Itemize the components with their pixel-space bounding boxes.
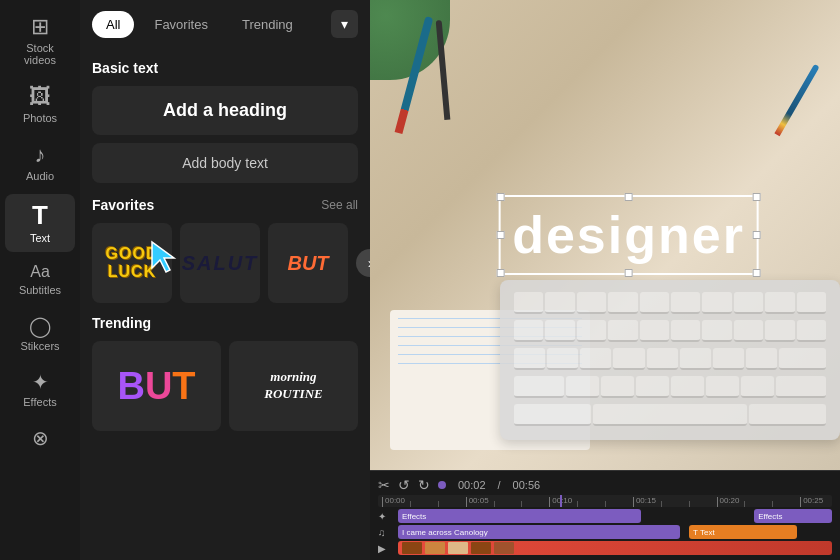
track-bar-container-came-across[interactable]: I came across Canology T Text bbox=[398, 525, 832, 539]
selection-handle-br[interactable] bbox=[753, 269, 761, 277]
sidebar: ⊞ Stock videos 🖼 Photos ♪ Audio T Text A… bbox=[0, 0, 80, 560]
ruler-mark: 00:00 bbox=[382, 497, 410, 507]
selection-handle-bm[interactable] bbox=[624, 269, 632, 277]
ruler-mark bbox=[521, 501, 549, 507]
sticker-row-next-button[interactable]: › bbox=[356, 249, 370, 277]
sidebar-item-label: Subtitles bbox=[19, 284, 61, 296]
key bbox=[580, 348, 611, 370]
text-selection-box: designer bbox=[498, 195, 759, 275]
favorites-sticker-row: GOOD LUCK SALUT BUT › bbox=[92, 223, 358, 303]
track-row-video: ▶ bbox=[378, 541, 832, 555]
sidebar-item-label: Stock videos bbox=[11, 42, 69, 66]
key bbox=[680, 348, 711, 370]
panel-content: Basic text Add a heading Add body text F… bbox=[80, 48, 370, 560]
selection-handle-tl[interactable] bbox=[496, 193, 504, 201]
designer-text[interactable]: designer bbox=[512, 205, 745, 265]
ruler-mark bbox=[772, 501, 800, 507]
video-thumb bbox=[425, 542, 445, 554]
sidebar-item-label: Text bbox=[30, 232, 50, 244]
key bbox=[593, 404, 747, 426]
key bbox=[640, 320, 669, 342]
track-bar-effects1-label: Effects bbox=[402, 512, 426, 521]
sidebar-item-audio[interactable]: ♪ Audio bbox=[5, 136, 75, 190]
key bbox=[797, 292, 826, 314]
trending-title: Trending bbox=[92, 315, 358, 331]
ruler-mark: 00:20 bbox=[717, 497, 745, 507]
subtitles-icon: Aa bbox=[30, 264, 50, 280]
favorites-title: Favorites bbox=[92, 197, 154, 213]
sidebar-item-label: Audio bbox=[26, 170, 54, 182]
timeline-redo-icon[interactable]: ↻ bbox=[418, 477, 430, 493]
timeline-undo-icon[interactable]: ↺ bbox=[398, 477, 410, 493]
but-u-letter: U bbox=[145, 365, 172, 407]
ruler-mark bbox=[661, 501, 689, 507]
ruler-mark bbox=[438, 501, 466, 507]
pen2-decoration bbox=[436, 20, 451, 120]
track-bar-effects1 bbox=[398, 509, 641, 523]
sidebar-item-stock-videos[interactable]: ⊞ Stock videos bbox=[5, 8, 75, 74]
trending-but-text: BUT bbox=[117, 365, 195, 408]
sticker-salut[interactable]: SALUT bbox=[180, 223, 260, 303]
sidebar-item-more[interactable]: ⊗ bbox=[5, 420, 75, 456]
key bbox=[514, 404, 591, 426]
stickers-icon: ◯ bbox=[29, 316, 51, 336]
timeline-time-separator: / bbox=[498, 479, 501, 491]
sidebar-item-photos[interactable]: 🖼 Photos bbox=[5, 78, 75, 132]
key bbox=[749, 404, 826, 426]
favorites-header: Favorites See all bbox=[92, 197, 358, 213]
track-bar-video bbox=[398, 541, 832, 555]
ruler-mark bbox=[577, 501, 605, 507]
timeline-tracks: ✦ Effects Effects ♫ I came across Canolo… bbox=[370, 507, 840, 556]
ruler-mark bbox=[689, 501, 717, 507]
key bbox=[545, 292, 574, 314]
sidebar-item-subtitles[interactable]: Aa Subtitles bbox=[5, 256, 75, 304]
key bbox=[514, 376, 564, 398]
selection-handle-bl[interactable] bbox=[496, 269, 504, 277]
track-row-effects1: ✦ Effects Effects bbox=[378, 509, 832, 523]
keyboard-decoration bbox=[500, 280, 840, 460]
sidebar-item-stickers[interactable]: ◯ Stikcers bbox=[5, 308, 75, 360]
effects-icon: ✦ bbox=[32, 372, 49, 392]
track-bar-effects2-label: Effects bbox=[758, 512, 782, 521]
video-thumb bbox=[402, 542, 422, 554]
video-thumbnails bbox=[398, 542, 518, 554]
text-panel: All Favorites Trending ▾ Basic text Add … bbox=[80, 0, 370, 560]
trending-card-morning-routine[interactable]: morningROUTINE bbox=[229, 341, 358, 431]
canvas-area[interactable]: designer bbox=[370, 0, 840, 470]
selection-handle-ml[interactable] bbox=[496, 231, 504, 239]
but-b-letter: B bbox=[117, 365, 144, 407]
tab-dropdown[interactable]: ▾ bbox=[331, 10, 358, 38]
key bbox=[706, 376, 739, 398]
track-bar-came-across-label: I came across Canology bbox=[402, 528, 488, 537]
see-all-link[interactable]: See all bbox=[321, 198, 358, 212]
key bbox=[514, 292, 543, 314]
selection-handle-mr[interactable] bbox=[753, 231, 761, 239]
canvas-background: designer bbox=[370, 0, 840, 470]
audio-icon: ♪ bbox=[35, 144, 46, 166]
key bbox=[702, 292, 731, 314]
key bbox=[577, 320, 606, 342]
sticker-but-small[interactable]: BUT bbox=[268, 223, 348, 303]
add-body-button[interactable]: Add body text bbox=[92, 143, 358, 183]
track-bar-container-video[interactable] bbox=[398, 541, 832, 555]
photos-icon: 🖼 bbox=[29, 86, 51, 108]
timeline-time-total: 00:56 bbox=[513, 479, 541, 491]
sidebar-item-effects[interactable]: ✦ Effects bbox=[5, 364, 75, 416]
trending-card-but[interactable]: BUT bbox=[92, 341, 221, 431]
tab-trending[interactable]: Trending bbox=[228, 11, 307, 38]
tab-all[interactable]: All bbox=[92, 11, 134, 38]
selection-handle-tm[interactable] bbox=[624, 193, 632, 201]
add-heading-button[interactable]: Add a heading bbox=[92, 86, 358, 135]
tab-favorites[interactable]: Favorites bbox=[140, 11, 221, 38]
timeline-cut-icon[interactable]: ✂ bbox=[378, 477, 390, 493]
ruler-mark bbox=[605, 501, 633, 507]
key bbox=[797, 320, 826, 342]
video-thumb bbox=[471, 542, 491, 554]
track-effects1-icon: ✦ bbox=[378, 511, 394, 522]
selection-handle-tr[interactable] bbox=[753, 193, 761, 201]
sidebar-item-text[interactable]: T Text bbox=[5, 194, 75, 252]
ruler-marks: 00:00 00:05 00:10 00:15 00:20 00:25 bbox=[378, 495, 832, 507]
key bbox=[746, 348, 777, 370]
track-bar-container-effects1[interactable]: Effects Effects bbox=[398, 509, 832, 523]
key bbox=[636, 376, 669, 398]
